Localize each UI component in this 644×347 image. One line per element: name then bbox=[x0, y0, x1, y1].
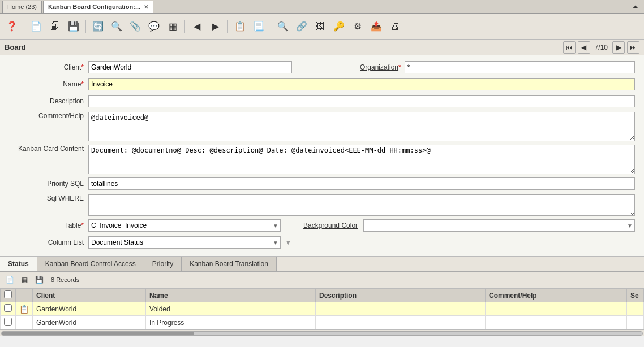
row1-comment[interactable] bbox=[486, 302, 627, 316]
print-button[interactable]: 🖨 bbox=[387, 18, 403, 35]
kanban-tab-label: Kanban Board Configuration:... bbox=[48, 3, 140, 10]
translation-tab[interactable]: Kanban Board Translation bbox=[182, 257, 277, 271]
board-header: Board ⏮ ◀ 7/10 ▶ ⏭ bbox=[0, 40, 644, 55]
home-tab[interactable]: Home (23) bbox=[2, 1, 42, 13]
row2-description[interactable] bbox=[316, 316, 486, 329]
table-label: Table bbox=[9, 222, 88, 229]
comment-row: Comment/Help bbox=[9, 111, 635, 141]
col-name: Name bbox=[146, 289, 316, 302]
zoom-button[interactable]: 🔍 bbox=[274, 18, 291, 35]
row1-se[interactable] bbox=[627, 302, 644, 316]
name-row: Name bbox=[9, 77, 635, 92]
organization-input[interactable] bbox=[405, 61, 635, 73]
grid-button[interactable]: ▦ bbox=[164, 18, 181, 35]
toolbar: ❓ 📄 🗐 💾 🔄 🔍 📎 💬 ▦ ◀ ▶ 📋 📃 🔍 🔗 🖼 🔑 ⚙ 📤 🖨 bbox=[0, 14, 644, 40]
sub-grid-button[interactable]: ▦ bbox=[18, 274, 31, 286]
client-input[interactable] bbox=[88, 61, 292, 73]
records-info: 8 Records bbox=[48, 276, 79, 283]
link-button[interactable]: 🔗 bbox=[293, 18, 310, 35]
kanban-card-label: Kanban Card Content bbox=[9, 145, 88, 153]
col-description: Description bbox=[316, 289, 486, 302]
separator-2 bbox=[85, 20, 86, 33]
separator-5 bbox=[271, 20, 271, 33]
select-all-checkbox[interactable] bbox=[4, 290, 12, 298]
description-input[interactable] bbox=[88, 95, 635, 107]
row2-comment[interactable] bbox=[486, 316, 627, 329]
doc-button[interactable]: 📋 bbox=[231, 18, 248, 35]
row1-name[interactable]: Voided bbox=[146, 302, 316, 316]
table-row[interactable]: 📋 GardenWorld Voided bbox=[1, 302, 644, 316]
row2-icon-cell bbox=[16, 316, 33, 329]
sub-new-button[interactable]: 📄 bbox=[3, 274, 16, 286]
description-row: Description bbox=[9, 94, 635, 109]
close-tab-icon[interactable]: ✕ bbox=[144, 4, 148, 10]
kanban-card-row: Kanban Card Content bbox=[9, 144, 635, 174]
priority-tab[interactable]: Priority bbox=[144, 257, 182, 271]
status-tab[interactable]: Status bbox=[0, 257, 37, 271]
row2-se[interactable] bbox=[627, 316, 644, 329]
comment-textarea[interactable] bbox=[88, 112, 635, 141]
priority-sql-row: Priority SQL bbox=[9, 176, 635, 191]
more-indicator: ▼ bbox=[285, 239, 291, 246]
board-title: Board bbox=[5, 43, 26, 51]
nav-controls: ⏮ ◀ 7/10 ▶ ⏭ bbox=[563, 41, 639, 54]
new-button[interactable]: 📄 bbox=[28, 18, 45, 35]
help-button[interactable]: ❓ bbox=[3, 18, 20, 35]
separator-4 bbox=[227, 20, 228, 33]
column-list-row: Column List Document Status ▼ ▼ bbox=[9, 235, 635, 250]
kanban-card-textarea[interactable] bbox=[88, 145, 635, 174]
save-button[interactable]: 💾 bbox=[65, 18, 82, 35]
find-button[interactable]: 🔍 bbox=[108, 18, 125, 35]
row1-checkbox[interactable] bbox=[4, 304, 12, 312]
background-color-select[interactable] bbox=[363, 219, 635, 232]
bottom-section: Status Kanban Board Control Access Prior… bbox=[0, 256, 644, 336]
prev-button[interactable]: ◀ bbox=[188, 18, 205, 35]
client-label: Client bbox=[9, 63, 88, 71]
export-button[interactable]: 📤 bbox=[368, 18, 385, 35]
client-row: Client Organization * bbox=[9, 60, 635, 75]
sql-where-row: Sql WHERE bbox=[9, 193, 635, 216]
chat-button[interactable]: 💬 bbox=[145, 18, 162, 35]
column-list-label: Column List bbox=[9, 238, 88, 246]
image-button[interactable]: 🖼 bbox=[312, 18, 329, 35]
col-icon bbox=[16, 289, 33, 302]
row1-client[interactable]: GardenWorld bbox=[33, 302, 146, 316]
priority-sql-label: Priority SQL bbox=[9, 180, 88, 188]
next-button[interactable]: ▶ bbox=[207, 18, 224, 35]
column-list-select[interactable]: Document Status bbox=[88, 236, 281, 249]
status-table: Client Name Description Comment/Help Se … bbox=[0, 288, 644, 329]
separator-1 bbox=[24, 20, 24, 33]
copy-button[interactable]: 🗐 bbox=[46, 18, 63, 35]
row1-description[interactable] bbox=[316, 302, 486, 316]
table-row[interactable]: GardenWorld In Progress bbox=[1, 316, 644, 329]
doc2-button[interactable]: 📃 bbox=[250, 18, 267, 35]
nav-prev-button[interactable]: ◀ bbox=[578, 41, 590, 54]
attachment-button[interactable]: 📎 bbox=[127, 18, 144, 35]
settings-button[interactable]: ⚙ bbox=[349, 18, 366, 35]
nav-next-button[interactable]: ▶ bbox=[612, 41, 625, 54]
separator-3 bbox=[184, 20, 185, 33]
main-form: Client Organization * Name Description C… bbox=[0, 55, 644, 256]
name-input[interactable] bbox=[88, 78, 635, 90]
comment-label: Comment/Help bbox=[9, 112, 88, 120]
browser-tabs: Home (23) Kanban Board Configuration:...… bbox=[0, 0, 644, 14]
scrollbar-track[interactable] bbox=[1, 331, 643, 336]
priority-sql-input[interactable] bbox=[88, 177, 635, 190]
collapse-icon[interactable]: ⏶ bbox=[629, 2, 642, 11]
background-color-label: Background Color bbox=[303, 222, 358, 229]
kanban-access-tab[interactable]: Kanban Board Control Access bbox=[37, 257, 144, 271]
sub-save-button[interactable]: 💾 bbox=[33, 274, 45, 286]
sql-where-textarea[interactable] bbox=[88, 194, 635, 216]
key-button[interactable]: 🔑 bbox=[330, 18, 347, 35]
tab-bar: Status Kanban Board Control Access Prior… bbox=[0, 257, 644, 272]
horizontal-scrollbar[interactable] bbox=[0, 329, 644, 336]
row2-checkbox[interactable] bbox=[4, 318, 12, 326]
refresh-button[interactable]: 🔄 bbox=[89, 18, 106, 35]
scrollbar-thumb[interactable] bbox=[2, 332, 194, 335]
row2-name[interactable]: In Progress bbox=[146, 316, 316, 329]
kanban-tab[interactable]: Kanban Board Configuration:... ✕ bbox=[43, 1, 153, 13]
table-select[interactable]: C_Invoice_Invoice bbox=[88, 219, 281, 232]
nav-last-button[interactable]: ⏭ bbox=[627, 41, 639, 54]
nav-first-button[interactable]: ⏮ bbox=[563, 41, 576, 54]
row2-client[interactable]: GardenWorld bbox=[33, 316, 146, 329]
